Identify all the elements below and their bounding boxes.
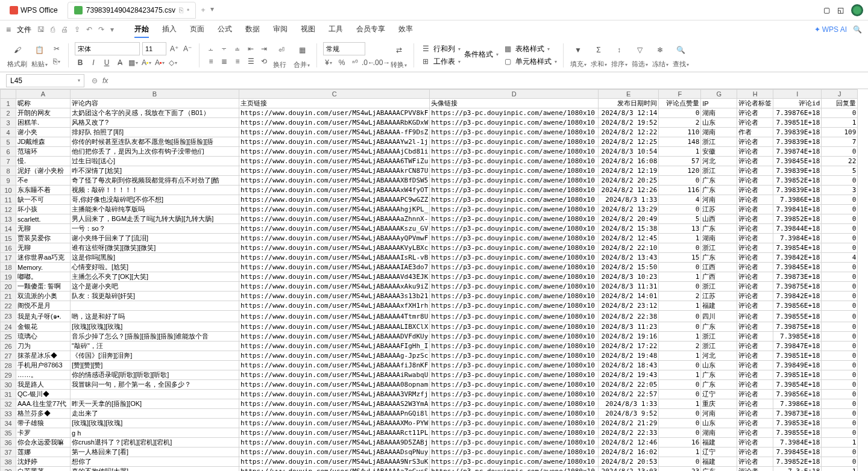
file-menu[interactable]: 文件 [17,25,31,35]
cell[interactable]: 7.39851E+18 [773,118,822,128]
cell[interactable]: 2024/8/3 1:33 [599,399,659,409]
row-header[interactable]: 28 [1,361,16,370]
cell[interactable]: 0 [659,380,701,390]
cell[interactable]: 广东 [701,467,737,472]
row-header[interactable]: 21 [1,292,16,301]
cell[interactable]: 评论内容 [71,99,239,108]
column-header[interactable]: C [239,90,430,99]
increase-font-icon[interactable]: A⁺ [169,43,180,54]
cell[interactable]: 安徽 [701,147,737,157]
cell[interactable]: 3 [822,186,858,195]
cell[interactable]: 7.39851E+18 [773,370,822,380]
row-header[interactable]: 20 [1,282,16,292]
cell[interactable]: 5 [822,166,858,176]
cell[interactable]: 7.39854E+18 [773,243,822,253]
cell[interactable]: https://p3-pc.douyinpic.com/awene/1080x1… [430,419,599,428]
cell[interactable]: 湖南 [701,234,737,243]
cell[interactable]: 120 [659,166,701,176]
cell[interactable]: 迷你世界aa巧克 [16,253,71,263]
cell[interactable]: 昵称 [16,99,71,108]
cell[interactable]: 7.3984E+18 [773,438,822,448]
cell[interactable]: 辽宁 [701,448,737,457]
cell[interactable]: 无聊 [16,243,71,253]
row-header[interactable]: 15 [1,234,16,243]
cell[interactable]: 2024/8/2 19:43 [599,370,659,380]
cell[interactable]: 0 [659,322,701,332]
cell[interactable]: 0 [822,322,858,332]
cell[interactable]: 0 [822,448,858,457]
cell[interactable]: 0 [659,390,701,399]
cell[interactable]: 0 [822,205,858,214]
cell[interactable]: 1 [659,234,701,243]
row-header[interactable]: 16 [1,243,16,253]
cell[interactable]: 0 [822,214,858,224]
cell[interactable]: 2024/8/3 1:33 [599,195,659,205]
cell[interactable]: 评论者 [737,448,773,457]
cell[interactable]: 阁悦不是月 [16,301,71,311]
cell[interactable]: 谢小夹终于回来了了[流泪] [71,234,239,243]
cell[interactable]: 1 [659,370,701,380]
cell[interactable]: https://www.douyin.com/user/MS4wLjABAAAA… [239,243,430,253]
column-header[interactable]: I [773,90,822,99]
cell[interactable]: 评论者 [737,234,773,243]
cell[interactable]: 你传的时候甚至连队友都不愿意饱[捂脸][捂脸][捂 [71,137,239,147]
cell[interactable]: 评论者 [737,292,773,301]
cell[interactable]: 4 [822,253,858,263]
spreadsheet-table[interactable]: ABCDEFGHIJ 1昵称评论内容主页链接头像链接发布日期时间评论点赞量IP评… [0,89,858,471]
cell[interactable]: 评论者 [737,311,773,322]
cell[interactable]: 广东 [701,186,737,195]
cell-reference-box[interactable]: L45 ▾ [6,74,84,87]
cell-style-label[interactable]: 单元格样式 [515,57,552,67]
row-header[interactable]: 26 [1,342,16,351]
cell[interactable]: 排好队 拍照了[耶] [71,128,239,137]
cell[interactable]: 0 [822,147,858,157]
cell[interactable]: https://www.douyin.com/user/MS4wLjABAAAA… [239,448,430,457]
italic-icon[interactable]: I [88,57,99,68]
cell[interactable]: 7.3·E+18 [773,467,822,472]
cell[interactable]: 0 [822,234,858,243]
sum-icon[interactable]: Σ [590,42,607,58]
cell[interactable]: https://www.douyin.com/user/MS4wLjABAAAA… [239,195,430,205]
print-preview-icon[interactable]: ⎙ [51,25,55,34]
row-header[interactable]: 30 [1,380,16,390]
cell[interactable]: 7.39849E+18 [773,361,822,370]
cell[interactable]: https://p3-pc.douyinpic.com/awene/1080x1… [430,428,599,438]
cell[interactable]: 7.39856E+18 [773,390,822,399]
cell[interactable]: 0 [822,380,858,390]
undo-icon[interactable]: ↶ [86,25,92,34]
cell[interactable]: 2024/8/2 12:22 [599,128,659,137]
cell[interactable]: 4 [659,195,701,205]
cell[interactable]: 7.39853E+18 [773,419,822,428]
cell[interactable]: https://www.douyin.com/user/MS4wLjABAAAA… [239,301,430,311]
cell[interactable]: 评论者 [737,457,773,467]
cell[interactable]: https://www.douyin.com/user/MS4wLjABAAAA… [239,157,430,166]
cell[interactable]: QC-银川◆ [16,390,71,399]
cell[interactable]: 7.39839E+18 [773,166,822,176]
cell[interactable]: 江西 [701,263,737,272]
row-header[interactable]: 33 [1,409,16,419]
table-style-icon[interactable]: ▦ [502,43,513,54]
cell[interactable]: 0 [822,243,858,253]
cell[interactable]: 7.39874E+18 [773,147,822,157]
cell[interactable]: 2024/8/2 20:49 [599,214,659,224]
cell[interactable]: 广东 [701,380,737,390]
cell[interactable]: 0 [822,224,858,234]
cell[interactable]: https://www.douyin.com/user/MS4wLjABAAAA… [239,399,430,409]
cell[interactable]: 太奶团这个名字的灵感，我放在下面了（B01） [71,108,239,118]
cell[interactable]: 咋不深情了[尬笑] [71,166,239,176]
column-header[interactable]: H [737,90,773,99]
cell[interactable]: 江苏 [701,292,737,301]
cell[interactable]: https://p3-pc.douyinpic.com/awene/1080x1… [430,214,599,224]
cell[interactable]: 手机用户87863 [16,361,71,370]
cell[interactable]: https://p3-pc.douyinpic.com/awene/1080x1… [430,332,599,342]
cell[interactable]: 湖南 [701,428,737,438]
cell[interactable]: 嘟嘟。 [16,272,71,282]
cell[interactable]: 1 [659,448,701,457]
cell[interactable]: 0 [822,409,858,419]
cell[interactable]: https://p3-pc.douyinpic.com/awene/1080x1… [430,361,599,370]
cell[interactable]: 昨天一天拿的[捂脸][OK] [71,399,239,409]
row-header[interactable]: 8 [1,166,16,176]
cell[interactable]: 《传国》[泪奔][泪奔] [71,351,239,361]
row-header[interactable]: 36 [1,438,16,448]
cell[interactable]: 7.39841E+18 [773,205,822,214]
